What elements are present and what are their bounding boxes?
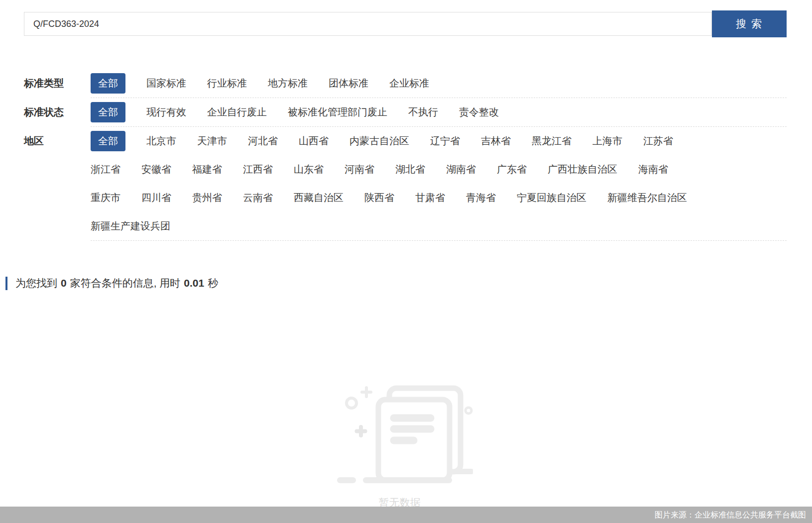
filter-option-region[interactable]: 广西壮族自治区: [548, 163, 617, 176]
filter-option-region[interactable]: 辽宁省: [430, 134, 460, 148]
filter-option-standard-type[interactable]: 国家标准: [146, 77, 186, 90]
result-text-suffix: 秒: [208, 276, 218, 290]
filter-option-region[interactable]: 北京市: [146, 134, 176, 148]
filter-option-standard-status[interactable]: 现行有效: [146, 105, 186, 119]
filter-option-region[interactable]: 海南省: [638, 163, 668, 176]
filter-option-region[interactable]: 湖南省: [446, 163, 476, 176]
result-time: 0.01: [184, 277, 204, 289]
accent-bar: [5, 277, 7, 290]
filter-option-region[interactable]: 江西省: [243, 163, 273, 176]
filter-option-region[interactable]: 甘肃省: [415, 191, 445, 205]
filter-option-region[interactable]: 河南省: [345, 163, 374, 176]
result-summary: 为您找到 0 家符合条件的信息, 用时 0.01 秒: [5, 276, 218, 290]
filter-options-standard-type: 全部国家标准行业标准地方标准团体标准企业标准: [91, 69, 787, 98]
filter-option-standard-status[interactable]: 不执行: [408, 105, 438, 119]
empty-documents-icon: [326, 362, 473, 484]
watermark-bar: 图片来源：企业标准信息公共服务平台截图: [0, 507, 812, 523]
filter-option-region[interactable]: 云南省: [243, 191, 273, 205]
result-text-prefix: 为您找到: [15, 276, 57, 290]
filter-label-region: 地区: [24, 127, 91, 241]
filter-option-region[interactable]: 吉林省: [481, 134, 511, 148]
filter-options-region: 全部北京市天津市河北省山西省内蒙古自治区辽宁省吉林省黑龙江省上海市江苏省浙江省安…: [91, 127, 787, 241]
filter-row-region: 地区全部北京市天津市河北省山西省内蒙古自治区辽宁省吉林省黑龙江省上海市江苏省浙江…: [24, 127, 787, 241]
filter-option-region[interactable]: 福建省: [192, 163, 222, 176]
search-button[interactable]: 搜 索: [712, 10, 787, 37]
result-count: 0: [61, 277, 67, 289]
filter-option-region[interactable]: 安徽省: [141, 163, 171, 176]
filter-option-region[interactable]: 宁夏回族自治区: [517, 191, 586, 205]
filter-option-region[interactable]: 西藏自治区: [294, 191, 344, 205]
filter-option-region[interactable]: 天津市: [197, 134, 227, 148]
filter-options-standard-status: 全部现行有效企业自行废止被标准化管理部门废止不执行责令整改: [91, 98, 787, 127]
filter-option-standard-status[interactable]: 被标准化管理部门废止: [288, 105, 387, 119]
filter-option-region[interactable]: 内蒙古自治区: [349, 134, 409, 148]
filter-panel: 标准类型全部国家标准行业标准地方标准团体标准企业标准标准状态全部现行有效企业自行…: [24, 69, 787, 241]
option-line: 重庆市四川省贵州省云南省西藏自治区陕西省甘肃省青海省宁夏回族自治区新疆维吾尔自治…: [91, 184, 787, 212]
filter-option-standard-status[interactable]: 责令整改: [459, 105, 499, 119]
filter-option-region[interactable]: 四川省: [141, 191, 171, 205]
filter-option-region[interactable]: 青海省: [466, 191, 496, 205]
filter-option-region[interactable]: 上海市: [592, 134, 622, 148]
filter-option-region[interactable]: 重庆市: [91, 191, 120, 205]
filter-row-standard-type: 标准类型全部国家标准行业标准地方标准团体标准企业标准: [24, 69, 787, 98]
filter-option-region[interactable]: 贵州省: [192, 191, 222, 205]
filter-option-region[interactable]: 浙江省: [91, 163, 120, 176]
filter-option-standard-type[interactable]: 行业标准: [207, 77, 247, 90]
option-line: 全部北京市天津市河北省山西省内蒙古自治区辽宁省吉林省黑龙江省上海市江苏省: [91, 127, 787, 155]
filter-option-region[interactable]: 新疆维吾尔自治区: [607, 191, 687, 205]
filter-option-region[interactable]: 河北省: [248, 134, 278, 148]
filter-option-region[interactable]: 江苏省: [643, 134, 673, 148]
filter-option-standard-type[interactable]: 团体标准: [329, 77, 368, 90]
search-bar: 搜 索: [24, 10, 787, 37]
search-input[interactable]: [24, 12, 712, 36]
filter-option-region[interactable]: 新疆生产建设兵团: [91, 219, 170, 233]
empty-state: 暂无数据: [326, 362, 473, 486]
filter-option-region[interactable]: 湖北省: [395, 163, 425, 176]
option-line: 全部国家标准行业标准地方标准团体标准企业标准: [91, 69, 787, 98]
filter-label-standard-status: 标准状态: [24, 98, 91, 127]
filter-option-standard-type-selected[interactable]: 全部: [91, 73, 125, 94]
filter-label-standard-type: 标准类型: [24, 69, 91, 98]
option-line: 新疆生产建设兵团: [91, 212, 787, 240]
filter-option-region[interactable]: 广东省: [497, 163, 527, 176]
filter-option-region-selected[interactable]: 全部: [91, 131, 125, 151]
filter-option-standard-type[interactable]: 企业标准: [389, 77, 429, 90]
filter-option-region[interactable]: 陕西省: [364, 191, 394, 205]
filter-option-standard-status-selected[interactable]: 全部: [91, 102, 125, 122]
filter-row-standard-status: 标准状态全部现行有效企业自行废止被标准化管理部门废止不执行责令整改: [24, 98, 787, 127]
option-line: 浙江省安徽省福建省江西省山东省河南省湖北省湖南省广东省广西壮族自治区海南省: [91, 155, 787, 184]
filter-option-region[interactable]: 山西省: [299, 134, 329, 148]
filter-option-standard-status[interactable]: 企业自行废止: [207, 105, 267, 119]
result-text-middle: 家符合条件的信息, 用时: [70, 276, 181, 290]
filter-option-region[interactable]: 黑龙江省: [532, 134, 572, 148]
filter-option-standard-type[interactable]: 地方标准: [268, 77, 308, 90]
filter-option-region[interactable]: 山东省: [294, 163, 324, 176]
option-line: 全部现行有效企业自行废止被标准化管理部门废止不执行责令整改: [91, 98, 787, 126]
